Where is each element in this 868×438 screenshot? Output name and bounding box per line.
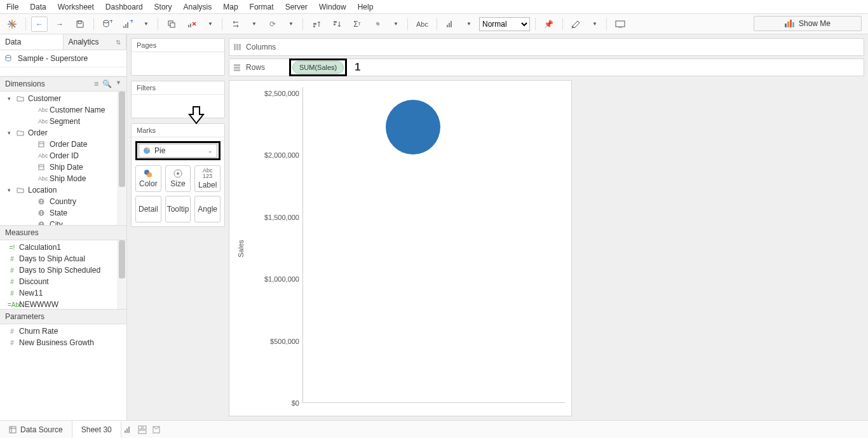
svg-rect-62 xyxy=(143,426,146,429)
highlight-dropdown[interactable]: ▼ xyxy=(588,17,601,32)
field-new11[interactable]: #New11 xyxy=(3,287,126,299)
svg-rect-60 xyxy=(128,427,130,433)
dimensions-scrollbar[interactable] xyxy=(118,92,126,225)
fit-button[interactable] xyxy=(442,17,459,32)
filters-card[interactable]: Filters xyxy=(131,81,225,118)
filters-title: Filters xyxy=(132,81,224,95)
menu-file[interactable]: File xyxy=(6,3,18,11)
attach-button[interactable]: ⚭ xyxy=(366,13,388,35)
pie-mark[interactable] xyxy=(386,100,440,154)
refresh-dropdown[interactable]: ▼ xyxy=(285,17,297,32)
rows-label: Rows xyxy=(246,63,284,72)
sort-asc-button[interactable] xyxy=(308,17,325,32)
param-churn-rate[interactable]: #Churn Rate xyxy=(3,325,126,337)
field-state[interactable]: State xyxy=(3,207,126,219)
svg-point-46 xyxy=(147,172,152,177)
new-sheet-button[interactable] xyxy=(121,425,135,434)
forward-button[interactable]: → xyxy=(51,17,68,32)
fit-select[interactable]: Normal xyxy=(479,17,530,31)
param-new-business-growth[interactable]: #New Business Growth xyxy=(3,337,126,348)
field-ship-date[interactable]: Ship Date xyxy=(3,161,126,173)
show-me-button[interactable]: Show Me xyxy=(754,16,862,31)
menu-help[interactable]: Help xyxy=(358,3,374,11)
svg-rect-21 xyxy=(447,25,448,27)
swap-button[interactable] xyxy=(227,17,244,32)
sort-desc-button[interactable] xyxy=(329,17,345,32)
field-segment[interactable]: AbcSegment xyxy=(3,116,126,127)
mark-type-select[interactable]: Pie ⌄ xyxy=(139,144,217,158)
field-location[interactable]: ▾Location xyxy=(3,184,126,196)
menu-server[interactable]: Server xyxy=(285,3,308,11)
clear-dropdown[interactable]: ▼ xyxy=(204,17,217,32)
duplicate-button[interactable] xyxy=(163,17,180,32)
field-days-to-ship-scheduled[interactable]: #Days to Ship Scheduled xyxy=(3,264,126,276)
label-button[interactable]: Abc123Label xyxy=(194,165,220,192)
tooltip-button[interactable]: Tooltip xyxy=(165,196,191,222)
totals-button[interactable]: ΣT xyxy=(349,17,365,32)
new-dashboard-button[interactable] xyxy=(135,425,149,434)
chevron-down-icon: ⌄ xyxy=(208,147,213,154)
menu-format[interactable]: Format xyxy=(250,3,274,11)
menu-worksheet[interactable]: Worksheet xyxy=(58,3,94,11)
fit-dropdown-icon[interactable]: ▼ xyxy=(463,17,475,32)
columns-shelf[interactable]: Columns xyxy=(229,38,864,56)
dim-menu-icon[interactable]: ▼ xyxy=(116,79,121,88)
field-order-id[interactable]: AbcOrder ID xyxy=(3,150,126,161)
svg-rect-52 xyxy=(234,64,240,66)
field-days-to-ship-actual[interactable]: #Days to Ship Actual xyxy=(3,253,126,264)
tableau-logo-icon[interactable] xyxy=(4,17,20,32)
sum-sales-pill[interactable]: SUM(Sales) xyxy=(292,61,344,74)
field-city[interactable]: City xyxy=(3,219,126,225)
save-button[interactable] xyxy=(72,17,88,32)
angle-button[interactable]: Angle xyxy=(194,196,220,222)
svg-rect-33 xyxy=(39,165,44,170)
menu-window[interactable]: Window xyxy=(319,3,346,11)
color-button[interactable]: Color xyxy=(135,165,161,192)
data-tab[interactable]: Data xyxy=(0,34,64,50)
pin-button[interactable]: 📌 xyxy=(541,17,557,32)
clear-button[interactable] xyxy=(184,17,200,32)
sheet-tab-bar: Data Source Sheet 30 xyxy=(0,420,868,438)
pages-card[interactable]: Pages xyxy=(131,38,225,76)
show-labels-button[interactable]: Abc xyxy=(413,17,431,32)
field-order[interactable]: ▾Order xyxy=(3,127,126,139)
field-newwww[interactable]: =AbcNEWWWW xyxy=(3,299,126,309)
field-calculation1[interactable]: =!Calculation1 xyxy=(3,242,126,253)
rows-shelf[interactable]: Rows SUM(Sales) 1 xyxy=(229,58,864,76)
visualization-pane[interactable]: Sales $2,500,000$2,000,000$1,500,000$1,0… xyxy=(229,80,572,416)
menu-analysis[interactable]: Analysis xyxy=(184,3,212,11)
menu-map[interactable]: Map xyxy=(223,3,238,11)
new-worksheet-dropdown[interactable]: ▼ xyxy=(140,17,153,32)
dim-view-icon[interactable]: ≡ xyxy=(94,79,98,88)
field-country[interactable]: Country xyxy=(3,196,126,207)
new-worksheet-button[interactable]: + xyxy=(119,17,136,32)
size-icon xyxy=(173,169,182,178)
field-customer-name[interactable]: AbcCustomer Name xyxy=(3,104,126,116)
marks-card: Marks Pie ⌄ 2 xyxy=(131,123,225,227)
field-order-date[interactable]: Order Date xyxy=(3,139,126,150)
detail-button[interactable]: Detail xyxy=(135,196,161,222)
swap-dropdown[interactable]: ▼ xyxy=(248,17,261,32)
menu-data[interactable]: Data xyxy=(30,3,46,11)
refresh-button[interactable]: ⟳ xyxy=(264,17,281,32)
measures-scrollbar[interactable] xyxy=(118,240,126,309)
menu-dashboard[interactable]: Dashboard xyxy=(105,3,143,11)
datasource-tab[interactable]: Data Source xyxy=(0,421,72,438)
size-button[interactable]: Size xyxy=(165,165,191,192)
sheet-tab[interactable]: Sheet 30 xyxy=(72,421,121,438)
datasource-row[interactable]: Sample - Superstore xyxy=(0,50,126,67)
analytics-tab[interactable]: Analytics⇅ xyxy=(64,34,127,50)
y-axis-label: Sales xyxy=(237,240,245,257)
back-button[interactable]: ← xyxy=(31,17,48,32)
new-datasource-button[interactable]: + xyxy=(99,17,116,32)
menu-story[interactable]: Story xyxy=(154,3,172,11)
new-story-button[interactable] xyxy=(149,425,163,434)
field-discount[interactable]: #Discount xyxy=(3,276,126,287)
dim-search-icon[interactable]: 🔍 xyxy=(102,79,112,88)
field-customer[interactable]: ▾Customer xyxy=(3,93,126,104)
svg-rect-12 xyxy=(170,23,175,27)
field-ship-mode[interactable]: AbcShip Mode xyxy=(3,173,126,184)
presentation-button[interactable] xyxy=(612,17,628,32)
highlight-button[interactable] xyxy=(568,17,585,32)
attach-dropdown[interactable]: ▼ xyxy=(390,17,402,32)
